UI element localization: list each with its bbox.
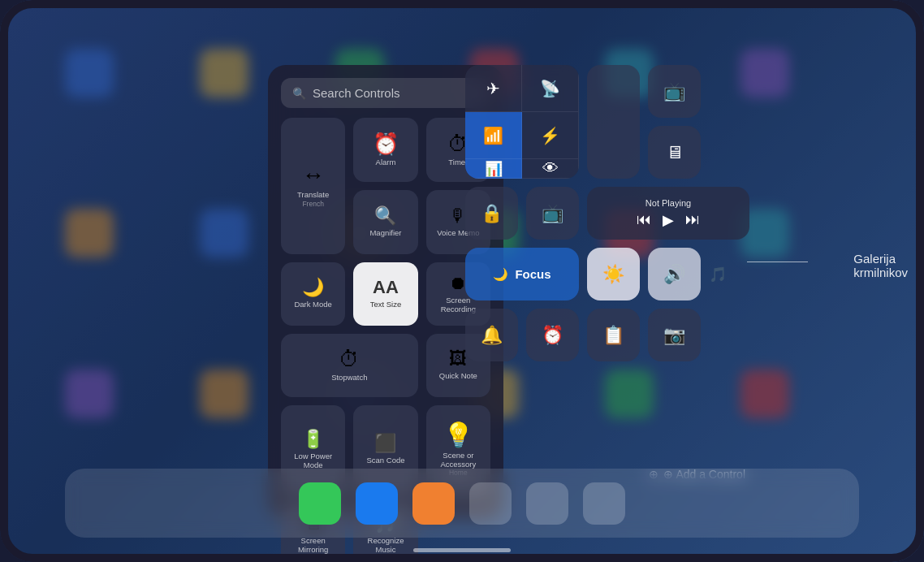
dock-icon-1[interactable] [299,482,341,525]
play-btn[interactable]: ▶ [663,211,674,229]
low-power-label: Low Power Mode [286,452,340,470]
dark-mode-label: Dark Mode [294,300,331,309]
search-placeholder: Search Controls [313,86,400,100]
moon-icon: 🌙 [493,267,508,282]
scene-accessory-label: Scene or Accessory [431,451,486,469]
notes-btn[interactable]: 📋 [587,309,640,361]
dock [65,469,859,538]
mute-btn[interactable]: 🔔 [465,309,518,361]
translate-control[interactable]: ↔️ Translate French [281,118,345,254]
volume-slider[interactable]: 🔊 [648,248,701,300]
dock-icon-2[interactable] [356,482,398,525]
scan-code-icon: ⬛ [374,434,396,452]
quick-note-label: Quick Note [439,371,477,380]
stopwatch-label: Stopwatch [331,373,367,382]
dock-icon-3[interactable] [412,482,455,525]
search-icon: 🔍 [292,87,306,100]
translate-sublabel: French [302,200,323,208]
bluetooth-btn[interactable]: ⚡ [522,112,579,159]
low-power-icon: 🔋 [302,430,324,448]
camera-btn[interactable]: 📷 [648,309,701,361]
right-control-center: ✈ 📡 📶 ⚡ 📊 👁 📺 🖥 🔒 📺 Not Playing ⏮ ▶ ⏭ [465,65,749,361]
airplane-mode-btn[interactable]: ✈ [465,65,522,112]
connectivity-cluster: ✈ 📡 📶 ⚡ 📊 👁 [465,65,579,179]
translate-label: Translate [297,190,329,199]
cc-row-2: 🔒 📺 Not Playing ⏮ ▶ ⏭ [465,187,749,240]
text-size-label: Text Size [370,300,402,309]
cc-row-1: ✈ 📡 📶 ⚡ 📊 👁 📺 🖥 [465,65,749,179]
scene-accessory-icon: 💡 [443,423,473,447]
translate-icon: ↔️ [302,164,325,187]
screen-lock-btn[interactable]: 🔒 [465,187,518,240]
screen-mirroring-label: Screen Mirroring [286,536,340,555]
airplay-mirror-btn[interactable]: 🖥 [648,126,701,179]
screen-reader-btn[interactable]: 👁 [522,159,579,179]
galerija-line [747,262,808,262]
media-buttons: ⏮ ▶ ⏭ [637,211,700,229]
cellular-btn[interactable]: 📊 [465,159,522,179]
stopwatch-icon: ⏱ [339,348,360,370]
home-bar [413,548,511,552]
right-col: 📺 🖥 [648,65,701,179]
fast-forward-btn[interactable]: ⏭ [685,211,700,229]
alarm-icon: ⏰ [373,133,399,154]
search-bar[interactable]: 🔍 Search Controls [281,78,490,108]
airplay-btn[interactable]: 📺 [648,65,701,118]
magnifier-control[interactable]: 🔍 Magnifier [353,190,417,254]
dock-icon-6[interactable] [583,482,625,525]
focus-label: Focus [515,267,551,281]
brightness-slider[interactable]: ☀️ [587,248,640,300]
galerija-label: Galerijakrmilnikov [853,252,908,279]
magnifier-label: Magnifier [369,228,401,237]
magnifier-icon: 🔍 [374,207,396,225]
screen-time-btn[interactable]: ⏰ [526,309,579,361]
airdrop-btn[interactable]: 📡 [522,65,579,112]
scan-code-label: Scan Code [366,456,404,465]
cc-row-4: 🔔 ⏰ 📋 📷 [465,309,749,361]
wifi-btn[interactable]: 📶 [465,112,522,159]
cc-row-3: 🌙 Focus ☀️ 🔊 🎵 [465,248,749,300]
rewind-btn[interactable]: ⏮ [637,211,651,229]
dock-icon-4[interactable] [469,482,512,525]
not-playing-label: Not Playing [646,198,691,208]
media-control: Not Playing ⏮ ▶ ⏭ [587,187,749,240]
stopwatch-control[interactable]: ⏱ Stopwatch [281,334,418,397]
alarm-control[interactable]: ⏰ Alarm [353,118,417,182]
dock-icon-5[interactable] [526,482,568,525]
screen-mirror-btn[interactable]: 📺 [526,187,579,240]
focus-btn[interactable]: 🌙 Focus [465,248,579,300]
music-note-decoration: 🎵 [709,248,727,300]
empty-tile [587,65,640,179]
dark-mode-control[interactable]: 🌙 Dark Mode [281,262,345,326]
recognize-music-label: Recognize Music [358,536,412,555]
alarm-label: Alarm [376,158,396,166]
dark-mode-icon: 🌙 [302,279,324,296]
text-size-control[interactable]: AA Text Size [353,262,417,326]
text-size-icon: AA [373,279,399,296]
